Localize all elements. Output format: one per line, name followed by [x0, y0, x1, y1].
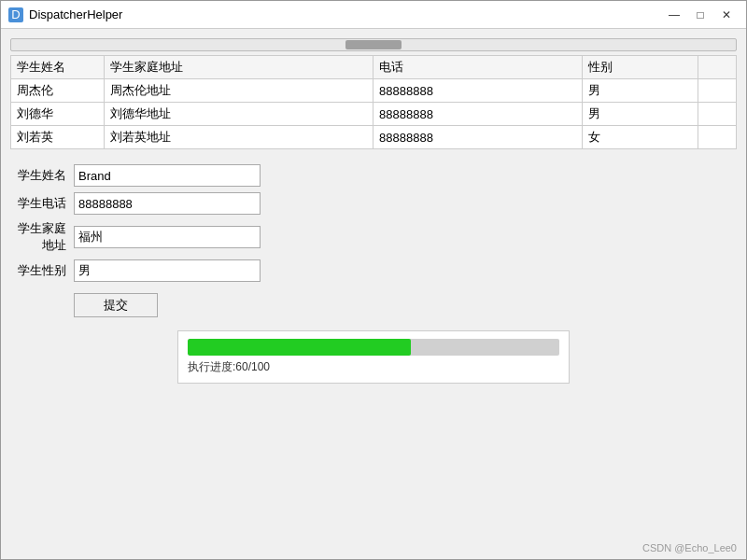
name-label: 学生姓名 — [10, 167, 66, 184]
main-window: D DispatcherHelper — □ ✕ 学生姓名 学生家庭地址 电话 … — [0, 0, 747, 560]
name-row: 学生姓名 — [10, 164, 737, 187]
cell-name: 周杰伦 — [11, 79, 105, 103]
scroll-thumb — [345, 40, 402, 49]
cell-address: 周杰伦地址 — [105, 79, 374, 103]
cell-phone: 88888888 — [374, 103, 583, 126]
minimize-button[interactable]: — — [662, 6, 686, 24]
submit-button[interactable]: 提交 — [74, 293, 158, 317]
cell-name: 刘若英 — [11, 126, 105, 149]
progress-bar-fill — [188, 339, 411, 356]
gender-input[interactable] — [74, 259, 261, 282]
cell-extra — [698, 103, 736, 126]
phone-input[interactable] — [74, 192, 261, 215]
gender-label: 学生性别 — [10, 262, 66, 279]
table-row[interactable]: 刘若英 刘若英地址 88888888 女 — [11, 126, 737, 149]
student-form: 学生姓名 学生电话 学生家庭地址 学生性别 — [10, 164, 737, 282]
cell-phone: 88888888 — [374, 126, 583, 149]
col-header-extra — [698, 56, 736, 79]
progress-section: 执行进度:60/100 — [177, 330, 570, 384]
scroll-bar[interactable] — [10, 38, 737, 51]
cell-extra — [698, 126, 736, 149]
cell-address: 刘德华地址 — [105, 103, 374, 126]
title-bar: D DispatcherHelper — □ ✕ — [1, 1, 746, 29]
app-icon: D — [8, 7, 23, 22]
app-icon-letter: D — [11, 7, 20, 21]
address-label: 学生家庭地址 — [10, 220, 66, 254]
cell-address: 刘若英地址 — [105, 126, 374, 149]
watermark: CSDN @Echo_Lee0 — [642, 542, 737, 553]
table-row[interactable]: 刘德华 刘德华地址 88888888 男 — [11, 103, 737, 126]
col-header-phone: 电话 — [374, 56, 583, 79]
progress-bar-wrapper — [188, 339, 559, 356]
window-controls: — □ ✕ — [662, 6, 739, 24]
gender-row: 学生性别 — [10, 259, 737, 282]
close-button[interactable]: ✕ — [714, 6, 739, 24]
phone-label: 学生电话 — [10, 195, 66, 212]
cell-gender: 女 — [583, 126, 698, 149]
cell-extra — [698, 79, 736, 103]
col-header-gender: 性别 — [583, 56, 698, 79]
cell-gender: 男 — [583, 79, 698, 103]
window-body: 学生姓名 学生家庭地址 电话 性别 周杰伦 周杰伦地址 88888888 男 刘… — [1, 29, 746, 559]
name-input[interactable] — [74, 164, 261, 187]
window-title: DispatcherHelper — [29, 7, 662, 21]
phone-row: 学生电话 — [10, 192, 737, 215]
cell-name: 刘德华 — [11, 103, 105, 126]
progress-label: 执行进度:60/100 — [188, 360, 270, 373]
student-table: 学生姓名 学生家庭地址 电话 性别 周杰伦 周杰伦地址 88888888 男 刘… — [10, 55, 737, 149]
table-row[interactable]: 周杰伦 周杰伦地址 88888888 男 — [11, 79, 737, 103]
col-header-address: 学生家庭地址 — [105, 56, 374, 79]
address-row: 学生家庭地址 — [10, 220, 737, 254]
cell-phone: 88888888 — [374, 79, 583, 103]
cell-gender: 男 — [583, 103, 698, 126]
address-input[interactable] — [74, 226, 261, 248]
submit-row: 提交 — [10, 293, 737, 317]
maximize-button[interactable]: □ — [688, 6, 712, 24]
col-header-name: 学生姓名 — [11, 56, 105, 79]
